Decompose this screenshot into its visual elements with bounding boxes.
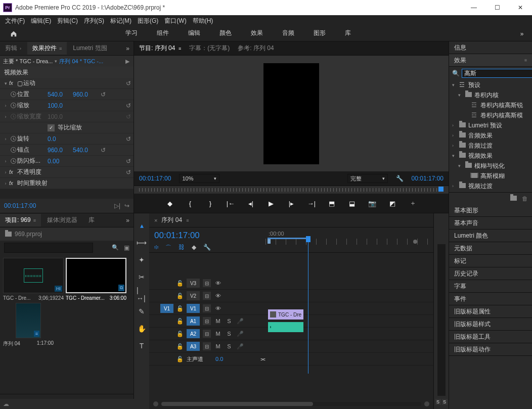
ec-timecode[interactable]: 00:01:17:00 [4, 202, 36, 209]
reset-button[interactable]: ↺ [98, 147, 108, 154]
timeline-scrollbar[interactable] [161, 402, 421, 406]
stopwatch-icon[interactable] [11, 158, 16, 164]
stopwatch-icon[interactable] [11, 136, 16, 142]
effects-search-input[interactable] [462, 69, 532, 78]
ws-libraries[interactable]: 库 [343, 26, 353, 41]
ws-learn[interactable]: 学习 [123, 26, 140, 41]
voice-over-icon[interactable]: 🎤 [236, 331, 244, 337]
twirl-open-icon[interactable]: ▾ [2, 81, 9, 86]
nest-toggle-icon[interactable]: ፨ [154, 244, 158, 252]
mark-in-button[interactable]: { [185, 200, 195, 207]
tab-source[interactable]: 剪辑› [0, 42, 26, 55]
reset-button[interactable]: ↺ [98, 91, 108, 98]
twirl-open-icon[interactable]: ▾ [452, 82, 457, 87]
tree-folder[interactable]: ›音频效果 [449, 130, 532, 141]
solo-icon[interactable]: S [225, 318, 233, 324]
ws-assembly[interactable]: 组件 [155, 26, 171, 41]
track-label[interactable]: A2 [187, 329, 200, 338]
extract-button[interactable]: ⬓ [347, 200, 357, 207]
workspace-overflow[interactable]: » [512, 30, 532, 37]
playhead-icon[interactable] [306, 236, 311, 242]
voice-over-icon[interactable]: 🎤 [236, 318, 244, 325]
tab-reference[interactable]: 参考: 序列 04 [238, 44, 274, 53]
lift-button[interactable]: ⬒ [327, 200, 337, 207]
new-bin-icon[interactable] [510, 195, 517, 202]
in-out-range[interactable] [268, 238, 306, 239]
reset-button[interactable]: ↺ [123, 169, 134, 176]
flicker-value[interactable]: 0.00 [48, 158, 73, 165]
comparison-view-button[interactable]: ◩ [387, 200, 397, 207]
mark-out-button[interactable]: } [205, 200, 215, 207]
tree-folder[interactable]: ›视频过渡 [449, 181, 532, 191]
tab-program[interactable]: 节目: 序列 04 ≡ [139, 44, 181, 53]
panel-menu-icon[interactable]: ≡ [59, 46, 62, 51]
master-volume[interactable]: 0.0 [215, 356, 223, 362]
tab-media-browser[interactable]: 媒体浏览器 [42, 214, 82, 226]
pos-y[interactable]: 960.0 [73, 91, 98, 98]
minimize-button[interactable]: — [462, 0, 485, 15]
reset-button[interactable]: ↺ [123, 135, 134, 143]
eye-icon[interactable]: 👁 [214, 293, 222, 299]
panel-lumetri-color[interactable]: Lumetri 颜色 [449, 230, 532, 242]
fx-motion[interactable]: ▾ fx ▢ 运动 ↺ [0, 78, 134, 89]
tree-effect[interactable]: ☲卷积内核高斯模 [449, 110, 532, 120]
tree-folder[interactable]: ▾视频效果 [449, 151, 532, 161]
program-ruler[interactable] [134, 186, 449, 194]
reset-button[interactable]: ↺ [123, 102, 134, 109]
panel-essential-graphics[interactable]: 基本图形 [449, 204, 532, 217]
button-editor-button[interactable]: ＋ [408, 199, 418, 208]
rotation-value[interactable]: 0.0 [48, 135, 73, 143]
timeline-timecode[interactable]: 00:01:17:00 [154, 231, 260, 241]
panel-menu-icon[interactable]: ≡ [179, 46, 181, 51]
mute-icon[interactable]: M [214, 343, 222, 349]
tabs-overflow[interactable]: » [122, 217, 134, 224]
panel-markers[interactable]: 标记 [449, 255, 532, 267]
program-view[interactable] [263, 63, 319, 164]
ec-master-clip[interactable]: 主要 * TGC - Drea... [3, 58, 53, 65]
toggle-output-icon[interactable]: ⊟ [203, 342, 211, 350]
menu-sequence[interactable]: 序列(S) [82, 17, 106, 25]
bin-item[interactable]: ⧉ TGC - Dreamer...3:06:00 [66, 258, 126, 301]
menu-markers[interactable]: 标记(M) [108, 17, 134, 25]
panel-metadata[interactable]: 元数据 [449, 242, 532, 255]
tab-lumetri-scopes[interactable]: Lumetri 范围 [68, 42, 112, 55]
tree-folder[interactable]: ▾模糊与锐化 [449, 161, 532, 171]
panel-legacy-title-props[interactable]: 旧版标题属性 [449, 305, 532, 318]
audio-clip[interactable] [268, 322, 303, 332]
lock-icon[interactable]: 🔓 [176, 343, 184, 350]
ws-graphics[interactable]: 图形 [312, 26, 328, 41]
type-tool[interactable]: T [137, 341, 147, 351]
wrench-icon[interactable]: 🔧 [203, 244, 211, 252]
source-patch-v1[interactable]: V1 [160, 304, 173, 313]
track-select-tool[interactable]: ⟼ [137, 238, 147, 248]
toggle-output-icon[interactable]: ⊟ [203, 292, 211, 300]
anchor-y[interactable]: 540.0 [73, 147, 98, 154]
mute-icon[interactable]: M [214, 318, 222, 324]
panel-menu-icon[interactable]: ≡ [186, 218, 189, 223]
ec-playonly-icon[interactable]: ▷| [114, 202, 120, 209]
tab-project[interactable]: 项目: 969 ≡ [0, 214, 41, 226]
tabs-overflow[interactable]: » [122, 45, 134, 52]
menu-edit[interactable]: 编辑(E) [29, 17, 53, 25]
fx-time-remap[interactable]: ›fx 时间重映射 [0, 178, 134, 189]
solo-icon[interactable]: S [225, 343, 233, 349]
panel-legacy-title-actions[interactable]: 旧版标题动作 [449, 343, 532, 356]
tab-effect-controls[interactable]: 效果控件 ≡ [27, 42, 67, 55]
delete-icon[interactable]: 🗑 [522, 195, 528, 202]
close-button[interactable]: ✕ [509, 0, 532, 15]
program-tc-left[interactable]: 00:01:17:00 [139, 175, 171, 182]
marker-span-icon[interactable]: ◆ [192, 244, 196, 252]
track-label[interactable]: V3 [187, 279, 200, 288]
motion-target-icon[interactable]: ▢ [17, 80, 23, 87]
razor-tool[interactable]: ✂ [137, 272, 147, 282]
tab-captions[interactable]: 字幕：(无字幕) [189, 44, 230, 53]
menu-help[interactable]: 帮助(H) [191, 17, 215, 25]
tree-effect[interactable]: 高斯模糊 [449, 171, 532, 181]
zoom-in-handle[interactable] [424, 401, 429, 406]
step-fwd-button[interactable]: |▸ [286, 200, 296, 207]
video-clip[interactable]: TGC - Dre [268, 309, 303, 320]
zoom-out-handle[interactable] [153, 401, 158, 406]
playhead-icon[interactable] [438, 187, 444, 192]
caret-down-icon[interactable]: ▾ [55, 59, 57, 64]
reset-button[interactable]: ↺ [123, 80, 134, 87]
